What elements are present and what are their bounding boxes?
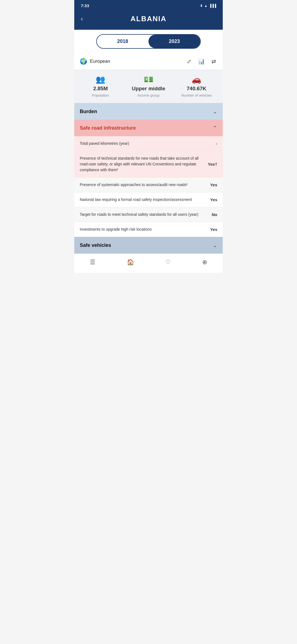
download-icon: ⬇ [200, 4, 203, 8]
national-law-value: Yes [206, 197, 217, 202]
population-value: 2.85M [93, 86, 108, 92]
expand-icon-button[interactable]: ⤢ [186, 57, 193, 66]
year-toggle-container: 2018 2023 [74, 30, 223, 53]
page-title: ALBANIA [131, 15, 167, 23]
population-icon: 👥 [96, 75, 105, 84]
menu-icon: ☰ [90, 259, 95, 266]
burden-chevron: ⌄ [213, 108, 217, 115]
nav-who-button[interactable]: ⊕ [198, 257, 211, 268]
region-actions: ⤢ 📊 ⇄ [186, 57, 217, 66]
target-roads-label: Target for roads to meet technical safet… [80, 212, 203, 217]
tech-standards-label: Presence of technical standards for new … [80, 155, 203, 173]
safe-vehicles-title: Safe vehicles [80, 242, 111, 248]
burden-section-header[interactable]: Burden ⌄ [74, 103, 223, 120]
status-time: 7:33 [81, 3, 89, 8]
income-label: Income group [138, 93, 160, 97]
paved-km-label: Total paved kilometres (year) [80, 141, 203, 146]
tech-standards-value: Yes† [206, 162, 217, 167]
investments-value: Yes [206, 227, 217, 232]
region-label: 🌍 European [80, 58, 110, 65]
investments-label: Investments to upgrade high risk locatio… [80, 227, 203, 232]
signal-icon: ▐▐▐ [209, 4, 216, 8]
stat-vehicles: 🚗 740.67K Number of vehicles [172, 75, 221, 97]
back-button[interactable]: ‹ [80, 14, 84, 24]
status-bar: 7:33 ⬇ ▲ ▐▐▐ [74, 0, 223, 10]
vehicles-label: Number of vehicles [181, 93, 212, 97]
chart-icon-button[interactable]: 📊 [197, 57, 206, 66]
home-icon: 🏠 [127, 259, 134, 266]
page-header: ‹ ALBANIA [74, 10, 223, 30]
safe-vehicles-chevron: ⌄ [213, 242, 217, 249]
safe-road-chevron: ⌃ [213, 125, 217, 131]
wifi-icon: ▲ [204, 4, 208, 8]
data-row-paved-km: Total paved kilometres (year) - [74, 136, 223, 151]
safe-road-title: Safe road infrastructure [80, 125, 136, 131]
filter-icon-button[interactable]: ⇄ [210, 57, 217, 66]
data-row-tech-standards: Presence of technical standards for new … [74, 151, 223, 178]
paved-km-value: - [206, 141, 217, 146]
year-2023-button[interactable]: 2023 [148, 35, 200, 48]
income-icon: 💵 [144, 75, 153, 84]
safe-vehicles-section-header[interactable]: Safe vehicles ⌄ [74, 237, 223, 253]
population-label: Population [92, 93, 109, 97]
status-icons: ⬇ ▲ ▐▐▐ [200, 4, 216, 8]
who-icon: ⊕ [202, 259, 207, 266]
data-row-systematic: Presence of systematic approaches to ass… [74, 178, 223, 192]
national-law-label: National law requiring a formal road saf… [80, 197, 203, 203]
year-toggle: 2018 2023 [96, 34, 201, 49]
region-name: European [90, 59, 110, 64]
stats-row: 👥 2.85M Population 💵 Upper middle Income… [74, 70, 223, 103]
income-value: Upper middle [132, 86, 165, 92]
data-row-national-law: National law requiring a formal road saf… [74, 192, 223, 207]
bottom-navigation: ☰ 🏠 ♡ ⊕ [74, 253, 223, 273]
vehicles-value: 740.67K [187, 86, 207, 92]
globe-icon: 🌍 [80, 58, 87, 65]
nav-menu-button[interactable]: ☰ [86, 257, 100, 268]
stat-income: 💵 Upper middle Income group [125, 75, 173, 97]
systematic-label: Presence of systematic approaches to ass… [80, 182, 203, 188]
data-row-target-roads: Target for roads to meet technical safet… [74, 207, 223, 222]
vehicles-icon: 🚗 [192, 75, 201, 84]
safe-road-section-header[interactable]: Safe road infrastructure ⌃ [74, 120, 223, 136]
target-roads-value: No [206, 212, 217, 217]
heart-icon: ♡ [165, 259, 171, 266]
burden-title: Burden [80, 109, 97, 114]
stat-population: 👥 2.85M Population [76, 75, 125, 97]
year-2018-button[interactable]: 2018 [97, 35, 148, 48]
nav-home-button[interactable]: 🏠 [122, 257, 139, 268]
region-row: 🌍 European ⤢ 📊 ⇄ [74, 53, 223, 70]
data-row-investments: Investments to upgrade high risk locatio… [74, 222, 223, 237]
nav-favorites-button[interactable]: ♡ [161, 257, 175, 268]
systematic-value: Yes [206, 182, 217, 187]
